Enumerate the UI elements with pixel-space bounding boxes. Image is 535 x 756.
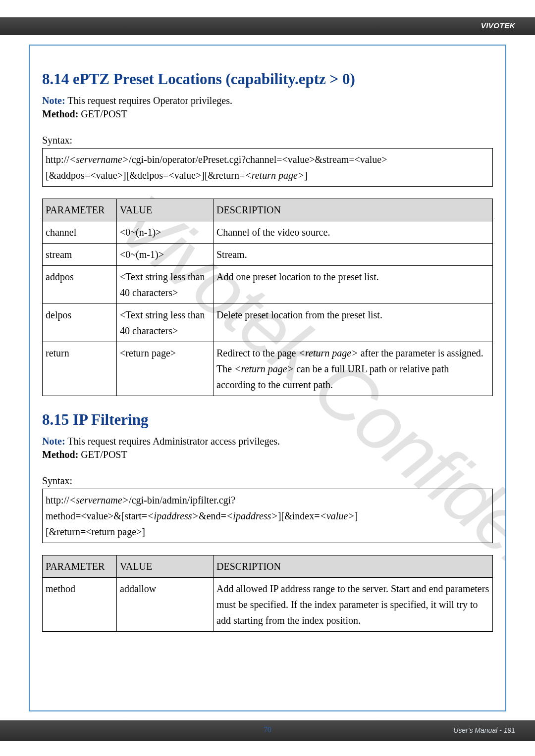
section-heading-8-14: 8.14 ePTZ Preset Locations (capability.e… [42, 70, 493, 88]
syntax-text: /cgi-bin/operator/ePreset.cgi?channel=<v… [129, 154, 387, 165]
table-header-row: PARAMETER VALUE DESCRIPTION [43, 199, 493, 221]
syntax-text: [&addpos=<value>][&delpos=<value>][&retu… [46, 170, 245, 181]
note-line-8-15: Note: This request requires Administrato… [42, 436, 493, 447]
page-frame: Vivotek Confidential 8.14 ePTZ Preset Lo… [29, 45, 506, 711]
cell-parameter: return [43, 342, 117, 396]
table-row: stream <0~(m-1)> Stream. [43, 244, 493, 266]
syntax-box-8-15: http://<servername>/cgi-bin/admin/ipfilt… [42, 489, 493, 543]
note-label: Note: [42, 436, 65, 447]
cell-parameter: stream [43, 244, 117, 266]
page-content: 8.14 ePTZ Preset Locations (capability.e… [42, 70, 493, 632]
syntax-text: /cgi-bin/admin/ipfilter.cgi? [129, 495, 235, 505]
syntax-text: method=<value>&[start= [46, 510, 147, 521]
syntax-returnpage: <return page> [245, 170, 304, 181]
syntax-text: [&return=<return page>] [46, 524, 489, 540]
method-line-8-15: Method: GET/POST [42, 449, 493, 460]
syntax-label-8-14: Syntax: [42, 135, 493, 146]
cell-description: Stream. [214, 244, 493, 266]
syntax-text: ] [304, 170, 308, 181]
cell-description: Channel of the video source. [214, 221, 493, 244]
note-text: This request requires Administrator acce… [65, 436, 280, 447]
cell-value: addallow [117, 578, 214, 632]
syntax-label-8-15: Syntax: [42, 475, 493, 487]
cell-parameter: delpos [43, 304, 117, 342]
parameter-table-8-15: PARAMETER VALUE DESCRIPTION method addal… [42, 555, 493, 632]
section-heading-8-15: 8.15 IP Filtering [42, 411, 493, 429]
th-value: VALUE [117, 555, 214, 578]
cell-value: <return page> [117, 342, 214, 396]
method-line-8-14: Method: GET/POST [42, 108, 493, 120]
table-row: return <return page> Redirect to the pag… [43, 342, 493, 396]
cell-value: <0~(n-1)> [117, 221, 214, 244]
table-row: addpos <Text string less than 40 charact… [43, 266, 493, 304]
footer-right-text: User's Manual - 191 [453, 726, 515, 734]
table-row: channel <0~(n-1)> Channel of the video s… [43, 221, 493, 244]
cell-description: Add allowed IP address range to the serv… [214, 578, 493, 632]
th-description: DESCRIPTION [214, 555, 493, 578]
table-row: method addallow Add allowed IP address r… [43, 578, 493, 632]
note-line-8-14: Note: This request requires Operator pri… [42, 95, 493, 106]
syntax-text: http:// [46, 495, 69, 505]
method-label: Method: [42, 449, 78, 460]
method-text: GET/POST [78, 449, 127, 460]
cell-description: Redirect to the page <return page> after… [214, 342, 493, 396]
page-number-center: 70 [264, 725, 271, 734]
syntax-servername: <servername> [69, 154, 129, 165]
th-parameter: PARAMETER [43, 199, 117, 221]
th-value: VALUE [117, 199, 214, 221]
syntax-servername: <servername> [69, 495, 129, 505]
th-description: DESCRIPTION [214, 199, 493, 221]
cell-parameter: method [43, 578, 117, 632]
method-text: GET/POST [78, 108, 127, 119]
footer-band: 70 User's Manual - 191 [0, 720, 535, 741]
syntax-text: http:// [46, 154, 69, 165]
parameter-table-8-14: PARAMETER VALUE DESCRIPTION channel <0~(… [42, 199, 493, 396]
cell-description: Delete preset location from the preset l… [214, 304, 493, 342]
cell-value: <Text string less than 40 characters> [117, 304, 214, 342]
syntax-box-8-14: http://<servername>/cgi-bin/operator/ePr… [42, 148, 493, 187]
cell-description: Add one preset location to the preset li… [214, 266, 493, 304]
cell-parameter: channel [43, 221, 117, 244]
table-row: delpos <Text string less than 40 charact… [43, 304, 493, 342]
note-text: This request requires Operator privilege… [65, 95, 232, 106]
cell-parameter: addpos [43, 266, 117, 304]
table-header-row: PARAMETER VALUE DESCRIPTION [43, 555, 493, 578]
note-label: Note: [42, 95, 65, 106]
header-band: VIVOTEK [0, 17, 535, 35]
cell-value: <Text string less than 40 characters> [117, 266, 214, 304]
th-parameter: PARAMETER [43, 555, 117, 578]
cell-value: <0~(m-1)> [117, 244, 214, 266]
method-label: Method: [42, 108, 78, 119]
header-brand: VIVOTEK [481, 21, 515, 30]
